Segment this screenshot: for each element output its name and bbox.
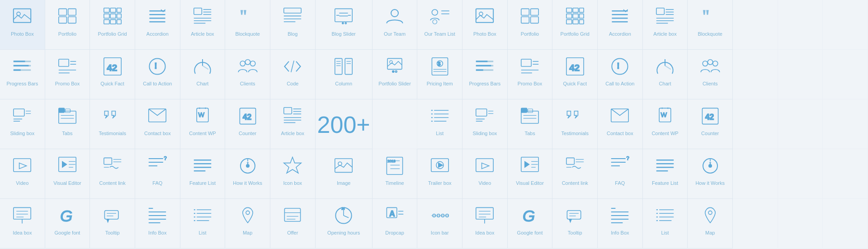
widget-item-blockquote[interactable]: " Blockquote: [688, 0, 733, 50]
widget-item-content-wp[interactable]: W Content WP: [180, 99, 226, 149]
widget-item-progress-bars[interactable]: Progress Bars: [0, 50, 45, 99]
widget-item-image[interactable]: Image: [316, 149, 373, 199]
widget-item-offer[interactable]: Offer: [270, 199, 316, 249]
widget-item-blockquote[interactable]: " Blockquote: [225, 0, 270, 50]
widget-item-accordion[interactable]: Accordion: [135, 0, 180, 50]
widget-item-faq[interactable]: ? FAQ: [135, 149, 180, 199]
widget-item-blank: [823, 99, 868, 149]
widget-item-dropcap[interactable]: A Dropcap: [373, 199, 418, 249]
widget-item-blog-slider[interactable]: Blog Slider: [316, 0, 373, 50]
widget-item-photo-box[interactable]: Photo Box: [462, 0, 508, 50]
widget-item-call-to-action[interactable]: ! Call to Action: [135, 50, 180, 99]
widget-item-chart[interactable]: Chart: [180, 50, 226, 99]
svg-rect-44: [531, 9, 539, 15]
widget-item-content-link[interactable]: Content link: [552, 149, 598, 199]
svg-text:42: 42: [705, 113, 714, 122]
widget-item-video[interactable]: Video: [462, 149, 508, 199]
widget-item-portfolio-grid[interactable]: Portfolio Grid: [552, 0, 598, 50]
widget-item-tooltip[interactable]: Tooltip: [90, 199, 135, 249]
accordion-icon: [145, 5, 170, 29]
widget-item-map[interactable]: Map: [688, 199, 733, 249]
widget-item-sliding-box[interactable]: Sliding box: [0, 99, 45, 149]
widget-item-faq[interactable]: ? FAQ: [598, 149, 643, 199]
widget-item-list-icon[interactable]: List: [643, 199, 688, 249]
widget-label: Blockquote: [235, 31, 259, 37]
tooltip-icon: [563, 203, 587, 228]
widget-item-how-it-works[interactable]: How it Works: [688, 149, 733, 199]
widget-item-article-box[interactable]: Article box: [643, 0, 688, 50]
widget-item-pricing-item[interactable]: $ Pricing Item: [417, 50, 462, 99]
widget-item-timeline[interactable]: 2013 Timeline: [373, 149, 418, 199]
widget-item-our-team-list[interactable]: Our Team List: [417, 0, 462, 50]
widget-label: Clients: [240, 80, 255, 87]
widget-item-article-box[interactable]: Article box: [270, 99, 316, 149]
widget-item-content-link[interactable]: Content link: [90, 149, 135, 199]
widget-item-clients[interactable]: Clients: [225, 50, 270, 99]
widget-item-visual-editor[interactable]: Visual Editor: [508, 149, 553, 199]
widget-label: Progress Bars: [469, 80, 501, 87]
widget-item-quick-fact[interactable]: 42 Quick Fact: [552, 50, 598, 99]
widget-item-contact-box[interactable]: Contact box: [135, 99, 180, 149]
svg-point-116: [612, 58, 628, 74]
widget-item-clients[interactable]: Clients: [688, 50, 733, 99]
widget-item-200plus[interactable]: 200+: [316, 99, 373, 149]
widget-item-contact-box[interactable]: Contact box: [598, 99, 643, 149]
widget-item-content-wp[interactable]: W Content WP: [643, 99, 688, 149]
widget-item-our-team[interactable]: Our Team: [373, 0, 418, 50]
widget-item-photo-box[interactable]: Photo Box: [0, 0, 45, 50]
widget-item-portfolio[interactable]: Portfolio: [45, 0, 90, 50]
accordion-icon: [608, 5, 632, 29]
widget-item-article-box[interactable]: Article box: [180, 0, 226, 50]
widget-label: Image: [337, 180, 351, 186]
map-icon: [236, 203, 260, 228]
svg-point-1: [17, 12, 20, 16]
widget-item-promo-box[interactable]: Promo Box: [45, 50, 90, 99]
widget-item-testimonials[interactable]: Testimonials: [552, 99, 598, 149]
widget-item-google-font[interactable]: G Google font: [45, 199, 90, 249]
widget-item-idea-box[interactable]: Idea box: [0, 199, 45, 249]
widget-label: Opening hours: [327, 230, 360, 236]
widget-item-trailer-box[interactable]: Trailer box: [417, 149, 462, 199]
widget-item-call-to-action[interactable]: ! Call to Action: [598, 50, 643, 99]
widget-item-blog[interactable]: Blog: [270, 0, 316, 50]
widget-item-column[interactable]: Column: [316, 50, 373, 99]
widget-item-portfolio[interactable]: Portfolio: [508, 0, 553, 50]
widget-item-info-box[interactable]: Info Box: [135, 199, 180, 249]
widget-item-promo-box[interactable]: Promo Box: [508, 50, 553, 99]
widget-item-counter[interactable]: 42 Counter: [688, 99, 733, 149]
svg-rect-19: [194, 8, 202, 14]
widget-item-feature-list[interactable]: Feature List: [643, 149, 688, 199]
svg-rect-51: [573, 14, 578, 19]
widget-item-tooltip[interactable]: Tooltip: [552, 199, 598, 249]
widget-item-blank: [733, 149, 778, 199]
widget-item-how-it-works[interactable]: How it Works: [225, 149, 270, 199]
widget-item-icon-bar[interactable]: Icon bar: [417, 199, 462, 249]
chart-icon: [653, 54, 677, 79]
widget-item-tabs[interactable]: Tabs: [508, 99, 553, 149]
widget-item-testimonials[interactable]: Testimonials: [90, 99, 135, 149]
content-wp-icon: W: [653, 104, 677, 128]
widget-item-opening-hours[interactable]: 24 Opening hours: [316, 199, 373, 249]
widget-item-chart[interactable]: Chart: [643, 50, 688, 99]
widget-item-feature-list[interactable]: Feature List: [180, 149, 226, 199]
widget-item-icon-box[interactable]: Icon box: [270, 149, 316, 199]
widget-item-list-icon[interactable]: List: [180, 199, 226, 249]
widget-item-map[interactable]: Map: [225, 199, 270, 249]
widget-item-code[interactable]: Code: [270, 50, 316, 99]
widget-item-portfolio-grid[interactable]: Portfolio Grid: [90, 0, 135, 50]
widget-item-list-icon[interactable]: List: [417, 99, 462, 149]
widget-item-visual-editor[interactable]: Visual Editor: [45, 149, 90, 199]
widget-item-progress-bars[interactable]: Progress Bars: [462, 50, 508, 99]
clients-icon: [236, 54, 260, 79]
widget-item-sliding-box[interactable]: Sliding box: [462, 99, 508, 149]
widget-item-idea-box[interactable]: Idea box: [462, 199, 508, 249]
widget-item-info-box[interactable]: Info Box: [598, 199, 643, 249]
widget-item-counter[interactable]: 42 Counter: [225, 99, 270, 149]
idea-box-icon: [10, 203, 34, 228]
widget-item-portfolio-slider[interactable]: Portfolio Slider: [373, 50, 418, 99]
widget-item-tabs[interactable]: Tabs: [45, 99, 90, 149]
widget-item-accordion[interactable]: Accordion: [598, 0, 643, 50]
widget-item-quick-fact[interactable]: 42 Quick Fact: [90, 50, 135, 99]
widget-item-google-font[interactable]: G Google font: [508, 199, 553, 249]
widget-item-video[interactable]: Video: [0, 149, 45, 199]
